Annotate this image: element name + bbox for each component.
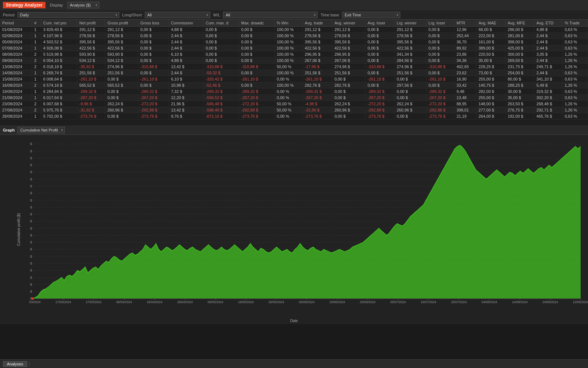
time-base-select-wrap[interactable]: Exit Time Entry Time xyxy=(342,12,400,18)
table-cell: 0,63 % xyxy=(562,76,588,82)
col-header: Avg. loser xyxy=(365,20,394,27)
table-cell: 0,00 $ xyxy=(138,70,168,76)
table-cell: 422,56 $ xyxy=(105,45,138,51)
table-cell: 262,24 $ xyxy=(332,101,365,107)
period-select-wrap[interactable]: Daily Weekly Monthly xyxy=(17,12,119,18)
table-cell: -273,76 $ xyxy=(77,113,105,120)
table-cell: 0,00 $ xyxy=(365,51,394,58)
table-cell: 50,00 % xyxy=(274,64,302,70)
table-row[interactable]: 15/08/202416 008,64 $-261,10 $0,00 $-261… xyxy=(0,76,588,82)
table-row[interactable]: 16/08/202426 574,16 $565,52 $565,52 $0,0… xyxy=(0,82,588,89)
table-cell: -267,20 $ xyxy=(138,95,168,101)
table-cell: 0,00 $ xyxy=(365,39,394,45)
col-header: % Win xyxy=(274,20,302,27)
table-row[interactable]: 13/08/202426 018,18 $-35,92 $274,96 $-31… xyxy=(0,64,588,70)
wl-select[interactable]: All Win Lose xyxy=(223,12,318,18)
display-select-wrap[interactable]: Analysis ($) Analysis (%) Summary xyxy=(67,2,99,8)
long-short-select-wrap[interactable]: All Long Short xyxy=(145,12,210,18)
table-row[interactable]: 05/08/202414 503,52 $395,56 $395,56 $0,0… xyxy=(0,39,588,45)
table-cell: -15,96 $ xyxy=(302,107,332,113)
svg-text:6 000,00 $: 6 000,00 $ xyxy=(29,156,32,160)
table-cell: 2,44 $ xyxy=(168,39,203,45)
table-cell: 296,95 $ xyxy=(332,51,365,58)
table-cell: 100,00 % xyxy=(274,51,302,58)
table-row[interactable]: 08/08/202425 519,98 $593,90 $593,90 $0,0… xyxy=(0,51,588,58)
table-row[interactable]: 19/08/202416 284,84 $-289,32 $0,00 $-289… xyxy=(0,89,588,95)
table-cell: 0,00 $ xyxy=(239,51,274,58)
table-cell: 395,56 $ xyxy=(394,39,426,45)
table-cell: 252,44 xyxy=(454,33,476,39)
table-row[interactable]: 02/08/202414 107,96 $278,56 $278,56 $0,0… xyxy=(0,33,588,39)
table-container[interactable]: Period#Cum. net proNet profitGross profi… xyxy=(0,20,588,125)
table-cell: 296,95 $ xyxy=(302,51,332,58)
table-cell: 231,75 $ xyxy=(505,64,534,70)
bottom-tab-analyses[interactable]: Analyses xyxy=(3,361,27,367)
table-cell: 565,52 $ xyxy=(77,82,105,89)
svg-text:14/08/2024: 14/08/2024 xyxy=(512,300,528,304)
table-cell: 278,56 $ xyxy=(394,33,426,39)
table-cell: 01/08/2024 xyxy=(0,27,32,33)
table-row[interactable]: 14/08/202416 269,74 $251,56 $251,56 $0,0… xyxy=(0,70,588,76)
table-cell: 268,48 $ xyxy=(534,101,563,107)
table-cell: 05/08/2024 xyxy=(0,39,32,45)
table-cell: 0,00 $ xyxy=(365,70,394,76)
display-label: Display xyxy=(50,3,63,7)
svg-text:06/05/2024: 06/05/2024 xyxy=(208,300,223,304)
svg-text:5 700,00 $: 5 700,00 $ xyxy=(29,163,32,167)
svg-text:25/07/2024: 25/07/2024 xyxy=(451,300,467,304)
table-cell: 2,44 $ xyxy=(168,33,203,39)
table-cell: 0,00 $ xyxy=(138,45,168,51)
table-cell: 13,42 $ xyxy=(168,107,203,113)
table-cell: 398,00 $ xyxy=(505,39,534,45)
table-cell: 0,00 $ xyxy=(332,113,365,120)
table-cell: 0,63 % xyxy=(562,113,588,120)
graph-type-select-wrap[interactable]: Cumulative Net Profit Net Profit Drawdow… xyxy=(17,127,65,133)
svg-point-84 xyxy=(32,297,34,300)
table-cell: 13,42 $ xyxy=(168,64,203,70)
table-cell: -556,52 $ xyxy=(203,95,239,101)
table-cell: 2,44 $ xyxy=(168,45,203,51)
period-label: Period xyxy=(3,13,15,17)
table-cell: 341,10 $ xyxy=(534,76,563,82)
table-cell: 565,52 $ xyxy=(105,82,138,89)
table-cell: 267,06 $ xyxy=(332,58,365,64)
svg-text:4 500,00 $: 4 500,00 $ xyxy=(29,191,32,195)
display-select[interactable]: Analysis ($) Analysis (%) Summary xyxy=(67,2,99,8)
table-row[interactable]: 27/08/202425 975,76 $-31,92 $260,96 $-29… xyxy=(0,107,588,113)
long-short-select[interactable]: All Long Short xyxy=(145,12,210,18)
table-cell: 422,56 $ xyxy=(77,45,105,51)
graph-type-select[interactable]: Cumulative Net Profit Net Profit Drawdow… xyxy=(17,127,65,133)
col-header: Period xyxy=(0,20,32,27)
table-cell: -310,88 $ xyxy=(239,64,274,70)
table-row[interactable]: 09/08/202426 054,10 $534,12 $534,12 $0,0… xyxy=(0,58,588,64)
table-cell: 0,00 $ xyxy=(365,33,394,39)
period-select[interactable]: Daily Weekly Monthly xyxy=(17,12,119,18)
table-cell: 6 017,64 $ xyxy=(41,95,77,101)
wl-label: W/L xyxy=(213,13,220,17)
table-cell: 1,26 % xyxy=(562,64,588,70)
table-cell: 465,76 $ xyxy=(534,113,563,120)
table-cell: 0,00 $ xyxy=(203,33,239,39)
table-cell: -310,88 $ xyxy=(138,64,168,70)
table-row[interactable]: 23/08/202426 007,68 $-9,96 $262,24 $-272… xyxy=(0,101,588,107)
tab-graph[interactable]: Graph xyxy=(3,128,15,132)
table-cell: 251,56 $ xyxy=(332,70,365,76)
table-cell: -17,96 $ xyxy=(302,64,332,70)
table-cell: 6 008,64 $ xyxy=(41,76,77,82)
svg-text:4 200,00 $: 4 200,00 $ xyxy=(29,199,32,202)
table-row[interactable]: 07/08/202414 926,08 $422,56 $422,56 $0,0… xyxy=(0,45,588,51)
table-cell: 277,00 $ xyxy=(476,107,505,113)
table-cell: 1 xyxy=(32,95,41,101)
time-base-select[interactable]: Exit Time Entry Time xyxy=(342,12,400,18)
table-cell: 23,62 xyxy=(454,70,476,76)
table-cell: 35,00 $ xyxy=(476,58,505,64)
table-row[interactable]: 28/08/202415 702,00 $-273,76 $0,00 $-273… xyxy=(0,113,588,120)
table-row[interactable]: 21/08/202416 017,64 $-267,20 $0,00 $-267… xyxy=(0,95,588,101)
table-cell: 398,01 xyxy=(454,107,476,113)
table-cell: 278,56 $ xyxy=(302,33,332,39)
svg-text:3 900,00 $: 3 900,00 $ xyxy=(29,205,32,209)
table-row[interactable]: 01/08/202413 829,40 $291,12 $291,12 $0,0… xyxy=(0,27,588,33)
table-cell: 395,56 $ xyxy=(77,39,105,45)
table-cell: 262,24 $ xyxy=(394,101,426,107)
wl-select-wrap[interactable]: All Win Lose xyxy=(223,12,318,18)
